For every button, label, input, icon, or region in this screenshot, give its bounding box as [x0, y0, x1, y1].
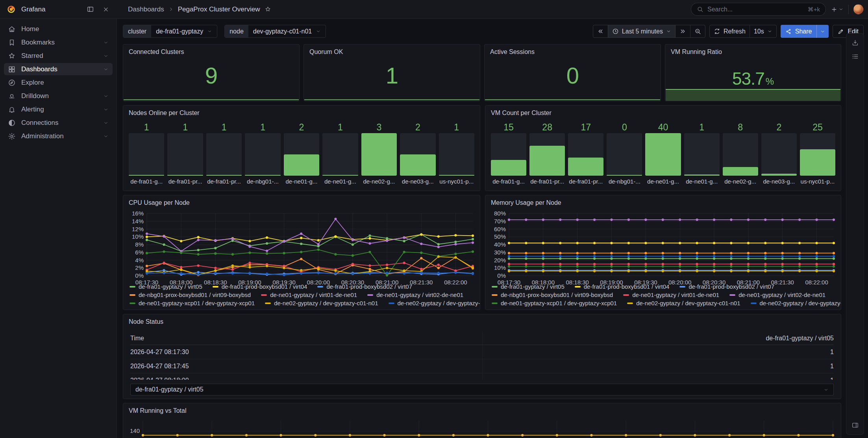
legend-item[interactable]: de-ne01-gyptazy / virt01-de-ne01 [623, 291, 719, 298]
panel-title[interactable]: VM Count per Cluster [485, 106, 841, 117]
bar-gauge-column[interactable]: 0de-nbg01-... [607, 121, 642, 187]
legend-item[interactable]: de-fra01-prod-boxybsd02 / virt07 [679, 283, 774, 290]
bar-gauge-column[interactable]: 1de-fra01-g... [129, 121, 164, 187]
home-icon [8, 25, 16, 33]
chevron-down-icon [767, 29, 772, 34]
sidebar-item-dashboards[interactable]: Dashboards [4, 63, 113, 75]
bar-gauge-column[interactable]: 8de-ne02-g... [723, 121, 758, 187]
zoom-out-time-button[interactable] [690, 25, 705, 37]
legend-item[interactable]: de-ne01-gyptazy-xcp01 / dev-gyptazy-xcp0… [130, 300, 255, 306]
collapse-panel-button[interactable] [851, 421, 859, 429]
bar-gauge-track [400, 133, 435, 176]
bar-gauge-column[interactable]: 1de-nbg01-... [245, 121, 280, 187]
panel-title[interactable]: VM Running vs Total [123, 403, 841, 414]
sidebar-item-administration[interactable]: Administration [4, 130, 113, 142]
add-new-button[interactable] [831, 6, 844, 13]
legend-item[interactable]: de-ne02-gyptazy / dev-gyptazy-c01-n01 [265, 300, 378, 306]
favorite-star-icon[interactable] [265, 6, 271, 13]
bar-gauge-track [284, 133, 319, 176]
bar-gauge-column[interactable]: 17de-fra01-pr... [568, 121, 603, 187]
svg-text:70%: 70% [494, 218, 506, 225]
variable-node-select[interactable]: dev-gyptazy-c01-n01 [248, 25, 326, 37]
bar-gauge-value: 1 [439, 121, 474, 133]
sidebar-item-starred[interactable]: Starred [4, 50, 113, 62]
bar-gauge-column[interactable]: 40de-ne01-g... [645, 121, 681, 187]
breadcrumb-dashboards[interactable]: Dashboards [128, 6, 164, 13]
bar-gauge-column[interactable]: 1de-fra01-pr... [206, 121, 242, 187]
series-select-dropdown[interactable]: de-fra01-gyptazy / virt05 [130, 384, 834, 395]
variable-cluster-select[interactable]: de-fra01-gyptazy [151, 25, 217, 37]
time-shift-forward-button[interactable] [676, 25, 690, 37]
share-button[interactable]: Share [781, 25, 817, 38]
sidebar-item-home[interactable]: Home [4, 23, 113, 35]
bar-gauge-column[interactable]: 3de-ne02-g... [361, 121, 397, 187]
share-menu-button[interactable] [816, 25, 829, 38]
sidebar-item-bookmarks[interactable]: Bookmarks [4, 36, 113, 48]
vm-running-chart[interactable]: 140 [129, 418, 835, 438]
bar-gauge-column[interactable]: 2de-ne03-g... [761, 121, 797, 187]
chart-plot[interactable]: 0%10%20%30%40%50%60%70%80%08:17:3008:18:… [491, 210, 836, 286]
sidebar-item-drilldown[interactable]: Drilldown [4, 90, 113, 102]
legend-item[interactable]: de-fra01-prod-boxybsd01 / virt04 [575, 283, 670, 290]
legend-item[interactable]: de-fra01-gyptazy / virt05 [130, 283, 202, 290]
legend-item[interactable]: de-fra01-prod-boxybsd01 / virt04 [213, 283, 307, 290]
bar-gauge-column[interactable]: 1de-ne01-g... [322, 121, 358, 187]
chart-series [508, 265, 835, 267]
chart-series [508, 263, 835, 265]
panel-title[interactable]: Node Status [123, 314, 841, 325]
legend-item[interactable]: de-ne01-gyptazy / virt01-de-ne01 [261, 291, 357, 298]
refresh-interval-picker[interactable]: 10s [750, 25, 776, 37]
bar-gauge-column[interactable]: 1de-ne01-g... [684, 121, 720, 187]
user-avatar[interactable] [853, 4, 863, 14]
export-download-button[interactable] [851, 39, 859, 46]
sidebar-item-alerting[interactable]: Alerting [4, 103, 113, 115]
sidebar-item-explore[interactable]: Explore [4, 76, 113, 89]
chart-plot[interactable]: 0%2%4%6%8%10%12%14%16%08:17:3008:18:0008… [129, 210, 475, 286]
legend-item[interactable]: de-fra01-gyptazy / virt05 [492, 283, 564, 290]
search-input[interactable]: Search... ⌘+k [691, 3, 826, 16]
legend-item[interactable]: de-ne02-gyptazy / dev-gyptazy-c01-n02 [389, 300, 481, 306]
dock-sidebar-button[interactable] [85, 4, 96, 15]
panel-title[interactable]: CPU Usage per Node [123, 195, 480, 206]
sidebar-item-label: Drilldown [21, 92, 49, 100]
legend-item[interactable]: de-nbg01-prox-boxybsd01 / virt09-boxybsd [130, 291, 251, 298]
bar-gauge-column[interactable]: 1us-nyc01-p... [439, 121, 474, 187]
legend-label: de-nbg01-prox-boxybsd01 / virt09-boxybsd [139, 291, 251, 298]
table-cell-value: 1 [482, 363, 834, 370]
legend-item[interactable]: de-ne02-gyptazy / dev-gyptazy-c01-n02 [751, 300, 842, 306]
sidebar-item-connections[interactable]: Connections [4, 117, 113, 129]
bar-gauge-column[interactable]: 28de-fra01-pr... [529, 121, 565, 187]
grafana-logo-icon[interactable] [6, 4, 17, 15]
time-range-picker[interactable]: Last 5 minutes [608, 25, 676, 37]
svg-text:0%: 0% [135, 272, 144, 279]
table-header-series[interactable]: de-fra01-gyptazy / virt05 [482, 335, 834, 342]
cpu-time-series-chart[interactable]: 0%2%4%6%8%10%12%14%16%08:17:3008:18:0008… [129, 210, 475, 288]
bar-gauge-column[interactable]: 2de-ne03-g... [400, 121, 435, 187]
svg-text:16%: 16% [132, 210, 144, 217]
dashboard-outline-button[interactable] [851, 53, 859, 60]
time-shift-back-button[interactable] [593, 25, 608, 37]
stat-value: 1 [386, 62, 398, 89]
table-header-time[interactable]: Time [130, 335, 482, 342]
bar-gauge-column[interactable]: 15de-fra01-g... [491, 121, 526, 187]
legend-item[interactable]: de-ne02-gyptazy / dev-gyptazy-c01-n01 [627, 300, 740, 306]
legend-item[interactable]: de-fra01-prod-boxybsd02 / virt07 [317, 283, 412, 290]
panel-title[interactable]: Nodes Online per Cluster [123, 106, 480, 117]
sidebar-item-label: Explore [21, 79, 44, 87]
bar-gauge-column[interactable]: 1de-fra01-pr... [167, 121, 203, 187]
legend-item[interactable]: de-ne01-gyptazy / virt02-de-ne01 [729, 291, 825, 298]
chevron-right-icon [168, 6, 174, 12]
chevron-down-icon [103, 53, 109, 59]
bar-gauge-column[interactable]: 25us-nyc01-p... [800, 121, 835, 187]
legend-item[interactable]: de-ne01-gyptazy / virt02-de-ne01 [367, 291, 463, 298]
legend-item[interactable]: de-nbg01-prox-boxybsd01 / virt09-boxybsd [492, 291, 613, 298]
panel-title[interactable]: Memory Usage per Node [485, 195, 841, 206]
table-cell-time: 2026-04-27 08:17:45 [130, 363, 482, 370]
close-sidebar-button[interactable] [100, 4, 111, 15]
legend-item[interactable]: de-ne01-gyptazy-xcp01 / dev-gyptazy-xcp0… [492, 300, 617, 306]
share-split-button: Share [781, 25, 829, 38]
bar-gauge-column[interactable]: 2de-ne01-g... [284, 121, 319, 187]
memory-time-series-chart[interactable]: 0%10%20%30%40%50%60%70%80%08:17:3008:18:… [491, 210, 836, 288]
refresh-button[interactable]: Refresh [710, 25, 750, 37]
chart-plot[interactable]: 140 [129, 418, 835, 438]
